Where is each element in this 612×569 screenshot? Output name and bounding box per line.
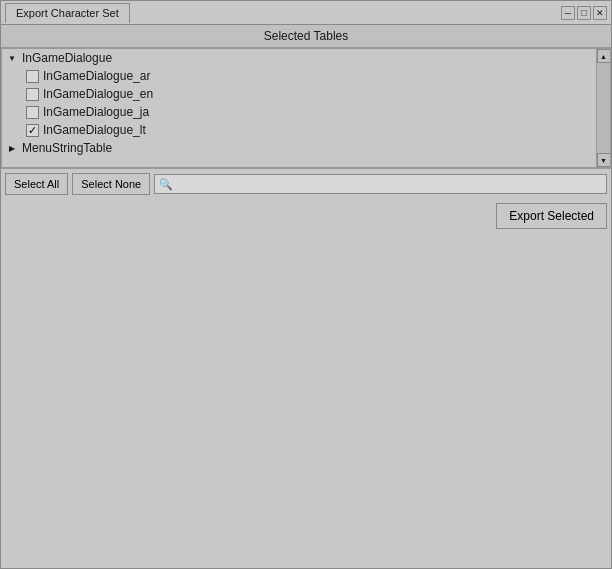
export-selected-button[interactable]: Export Selected — [496, 203, 607, 229]
export-bar: Export Selected — [1, 199, 611, 233]
maximize-icon: □ — [581, 8, 586, 18]
scroll-up-arrow[interactable]: ▲ — [597, 49, 611, 63]
expand-arrow-menu — [6, 142, 18, 154]
checkbox-ja[interactable] — [26, 106, 39, 119]
search-box[interactable]: 🔍 — [154, 174, 607, 194]
select-none-button[interactable]: Select None — [72, 173, 150, 195]
scroll-track[interactable] — [597, 63, 611, 153]
item-label-en: InGameDialogue_en — [43, 87, 153, 101]
item-label-lt: InGameDialogue_lt — [43, 123, 146, 137]
title-bar: Export Character Set ─ □ ✕ — [1, 1, 611, 25]
title-bar-controls: ─ □ ✕ — [561, 6, 607, 20]
minimize-button[interactable]: ─ — [561, 6, 575, 20]
tree-group-ingame[interactable]: InGameDialogue — [2, 49, 596, 67]
maximize-button[interactable]: □ — [577, 6, 591, 20]
tree-group-label-menu: MenuStringTable — [22, 141, 112, 155]
checkbox-lt[interactable] — [26, 124, 39, 137]
section-header: Selected Tables — [1, 25, 611, 48]
close-icon: ✕ — [596, 8, 604, 18]
vertical-scrollbar[interactable]: ▲ ▼ — [596, 49, 610, 167]
table-list-inner: InGameDialogue InGameDialogue_ar InGameD… — [2, 49, 596, 167]
list-item[interactable]: InGameDialogue_ar — [2, 67, 596, 85]
main-window: Export Character Set ─ □ ✕ Selected Tabl… — [0, 0, 612, 569]
table-list-area[interactable]: InGameDialogue InGameDialogue_ar InGameD… — [1, 48, 611, 168]
select-all-button[interactable]: Select All — [5, 173, 68, 195]
checkbox-ar[interactable] — [26, 70, 39, 83]
tree-group-menu[interactable]: MenuStringTable — [2, 139, 596, 157]
item-label-ar: InGameDialogue_ar — [43, 69, 150, 83]
close-button[interactable]: ✕ — [593, 6, 607, 20]
list-item[interactable]: InGameDialogue_lt — [2, 121, 596, 139]
list-item[interactable]: InGameDialogue_ja — [2, 103, 596, 121]
checkbox-en[interactable] — [26, 88, 39, 101]
minimize-icon: ─ — [565, 8, 571, 18]
tab-label: Export Character Set — [16, 7, 119, 19]
content-area — [1, 233, 611, 568]
search-icon: 🔍 — [159, 178, 173, 191]
list-item[interactable]: InGameDialogue_en — [2, 85, 596, 103]
section-title: Selected Tables — [264, 29, 349, 43]
export-character-set-tab[interactable]: Export Character Set — [5, 3, 130, 23]
scroll-down-arrow[interactable]: ▼ — [597, 153, 611, 167]
item-label-ja: InGameDialogue_ja — [43, 105, 149, 119]
bottom-bar: Select All Select None 🔍 — [1, 168, 611, 199]
search-input[interactable] — [177, 178, 602, 190]
expand-arrow-ingame — [6, 52, 18, 64]
tree-group-label-ingame: InGameDialogue — [22, 51, 112, 65]
